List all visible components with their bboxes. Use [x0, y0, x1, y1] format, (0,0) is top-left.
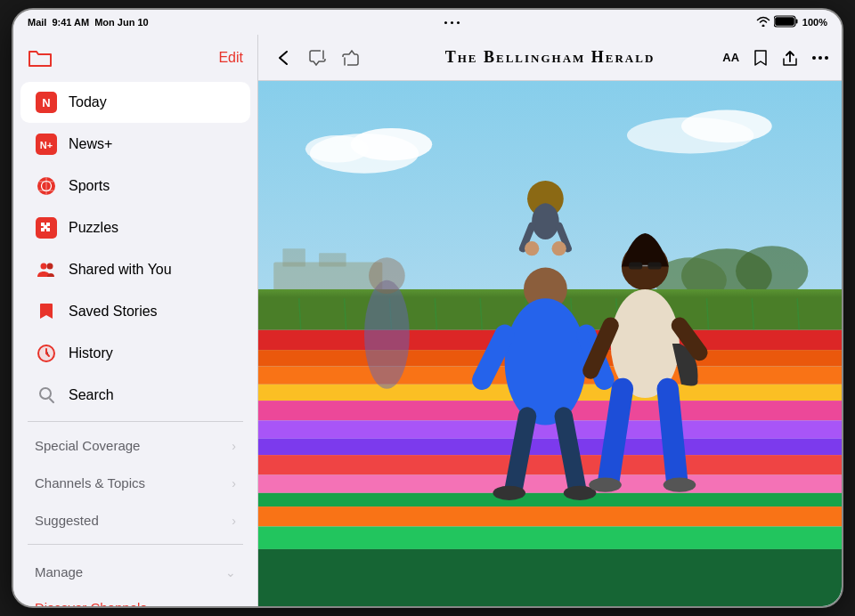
today-icon: N: [35, 91, 58, 114]
svg-point-72: [369, 257, 405, 294]
sidebar-item-puzzles[interactable]: Puzzles: [20, 207, 250, 248]
more-options-button[interactable]: [811, 45, 829, 70]
font-size-label: AA: [722, 51, 739, 64]
svg-point-16: [825, 56, 828, 60]
svg-rect-1: [775, 17, 794, 26]
sidebar-item-discover-channels[interactable]: Discover Channels: [20, 591, 250, 606]
svg-rect-43: [258, 549, 842, 606]
special-coverage-label: Special Coverage: [35, 438, 140, 453]
bookmark-button[interactable]: [752, 45, 769, 70]
shared-icon: [35, 258, 58, 281]
svg-point-59: [505, 298, 587, 425]
svg-point-57: [532, 203, 559, 239]
article-photo: [258, 81, 842, 606]
svg-point-10: [47, 263, 53, 270]
svg-rect-2: [795, 20, 797, 24]
share-button[interactable]: [782, 45, 799, 70]
status-left: Mail 9:41 AM Mon Jun 10: [28, 17, 149, 28]
svg-point-13: [40, 388, 51, 399]
svg-point-61: [552, 241, 566, 255]
sidebar-item-shared[interactable]: Shared with You: [20, 249, 250, 290]
svg-point-12: [38, 345, 54, 361]
saved-label: Saved Stories: [69, 304, 158, 320]
like-button[interactable]: [338, 45, 363, 70]
saved-icon: [35, 300, 58, 323]
svg-point-20: [305, 135, 369, 163]
dislike-button[interactable]: [305, 45, 330, 70]
app-name: Mail: [28, 17, 46, 28]
status-date: Mon Jun 10: [94, 17, 149, 28]
dot3: [457, 21, 460, 24]
chevron-down-icon: ⌄: [225, 565, 236, 580]
toolbar-center: The Bellingham Herald: [378, 48, 722, 67]
svg-point-62: [493, 486, 525, 500]
status-bar: Mail 9:41 AM Mon Jun 10: [13, 10, 842, 35]
folder-icon[interactable]: [28, 48, 53, 68]
edit-button[interactable]: Edit: [218, 50, 243, 66]
sidebar-header: Edit: [13, 35, 257, 81]
chevron-right-icon-3: ›: [232, 514, 236, 528]
dot2: [451, 21, 453, 24]
svg-rect-24: [282, 248, 305, 266]
article-area: The Bellingham Herald AA: [258, 35, 842, 606]
article-toolbar: The Bellingham Herald AA: [258, 35, 842, 81]
svg-point-9: [41, 263, 47, 270]
status-center: [444, 21, 460, 24]
sidebar-item-today[interactable]: N Today: [20, 82, 250, 123]
divider-1: [28, 421, 243, 422]
svg-rect-39: [258, 475, 842, 493]
sidebar-item-sports[interactable]: Sports: [20, 166, 250, 207]
sidebar-item-history[interactable]: History: [20, 333, 250, 374]
svg-rect-42: [258, 526, 842, 548]
divider-2: [28, 544, 243, 545]
sidebar-item-special-coverage[interactable]: Special Coverage ›: [20, 427, 250, 464]
puzzles-icon: [35, 216, 58, 239]
dot1: [444, 21, 447, 24]
svg-rect-40: [258, 493, 842, 507]
svg-rect-66: [647, 262, 661, 269]
search-icon: [35, 384, 58, 407]
sidebar-item-saved[interactable]: Saved Stories: [20, 291, 250, 332]
svg-rect-38: [258, 455, 842, 474]
article-image: [258, 81, 842, 606]
chevron-right-icon-2: ›: [232, 476, 236, 490]
newsplus-label: News+: [69, 136, 112, 152]
status-time: 9:41 AM: [52, 17, 89, 28]
manage-section: Manage ⌄ Discover Channels Notifications…: [13, 550, 257, 606]
sidebar-item-channels-topics[interactable]: Channels & Topics ›: [20, 465, 250, 501]
svg-point-69: [589, 478, 622, 492]
font-size-button[interactable]: AA: [722, 45, 739, 70]
svg-text:N: N: [42, 96, 50, 109]
svg-point-70: [664, 478, 696, 492]
battery-percent: 100%: [802, 17, 827, 28]
history-label: History: [69, 345, 113, 361]
svg-rect-25: [319, 253, 346, 266]
sports-icon: [35, 174, 58, 198]
suggested-label: Suggested: [35, 513, 99, 528]
history-icon: [35, 342, 58, 365]
toolbar-right: AA: [722, 45, 829, 70]
wifi-icon: [756, 16, 770, 28]
svg-rect-65: [629, 262, 642, 269]
svg-point-71: [364, 280, 410, 389]
manage-label: Manage: [35, 564, 83, 580]
svg-point-15: [818, 56, 822, 60]
back-button[interactable]: [271, 45, 296, 70]
newsplus-icon: N+: [35, 133, 58, 156]
sidebar-item-newsplus[interactable]: N+ News+: [20, 124, 250, 165]
search-label: Search: [69, 387, 114, 403]
svg-rect-41: [258, 507, 842, 526]
svg-point-27: [736, 246, 808, 296]
status-right: 100%: [756, 15, 827, 29]
channels-topics-label: Channels & Topics: [35, 475, 145, 490]
manage-header[interactable]: Manage ⌄: [20, 554, 250, 590]
svg-point-14: [812, 56, 816, 60]
device-frame: Mail 9:41 AM Mon Jun 10: [13, 10, 842, 606]
svg-point-60: [525, 241, 539, 255]
sidebar-item-search[interactable]: Search: [20, 375, 250, 416]
svg-rect-37: [258, 439, 842, 455]
battery-icon: [774, 15, 799, 29]
svg-point-22: [681, 110, 772, 143]
sidebar-item-suggested[interactable]: Suggested ›: [20, 502, 250, 539]
chevron-right-icon: ›: [232, 439, 236, 453]
